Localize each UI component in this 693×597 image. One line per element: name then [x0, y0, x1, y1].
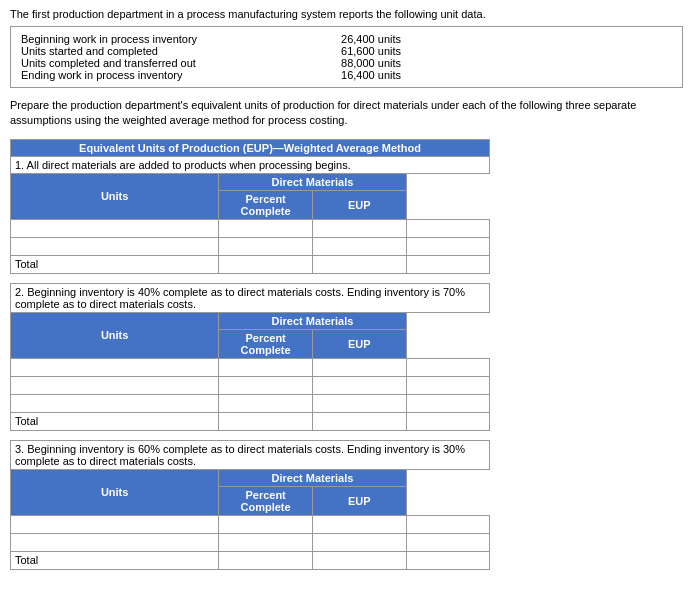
inventory-row-1: Units started and completed 61,600 units: [21, 45, 401, 57]
section-1-total-row: Total: [11, 255, 490, 273]
inventory-value-0: 26,400 units: [301, 33, 401, 45]
section-3-desc: 3. Beginning inventory is 60% complete a…: [11, 440, 490, 469]
section-3-dm-header: Direct Materials: [219, 469, 406, 486]
section-1-desc: 1. All direct materials are added to pro…: [11, 156, 490, 173]
section-1-row-0: [11, 219, 490, 237]
section-2-row-2: [11, 394, 490, 412]
section-3-total-row: Total: [11, 551, 490, 569]
intro-text: The first production department in a pro…: [10, 8, 683, 20]
section-1-dm-header: Direct Materials: [219, 173, 406, 190]
spacer-1: [11, 273, 490, 283]
main-table: Equivalent Units of Production (EUP)—Wei…: [10, 139, 490, 570]
section-1-eup-header: EUP: [312, 190, 406, 219]
section-2-units-header: Units: [11, 312, 219, 358]
section-2-total-row: Total: [11, 412, 490, 430]
section-3-eup-header: EUP: [312, 486, 406, 515]
section-2-row-0: [11, 358, 490, 376]
section-2-dm-header: Direct Materials: [219, 312, 406, 329]
inventory-row-3: Ending work in process inventory 16,400 …: [21, 69, 401, 81]
inventory-value-3: 16,400 units: [301, 69, 401, 81]
inventory-value-2: 88,000 units: [301, 57, 401, 69]
section-1-pct-header: Percent Complete: [219, 190, 313, 219]
inventory-label-2: Units completed and transferred out: [21, 57, 301, 69]
main-title: Equivalent Units of Production (EUP)—Wei…: [11, 139, 490, 156]
inventory-box: Beginning work in process inventory 26,4…: [10, 26, 683, 88]
section-3-row-1: [11, 533, 490, 551]
spacer-2: [11, 430, 490, 440]
inventory-value-1: 61,600 units: [301, 45, 401, 57]
section-3-units-header: Units: [11, 469, 219, 515]
section-2-eup-header: EUP: [312, 329, 406, 358]
inventory-label-3: Ending work in process inventory: [21, 69, 301, 81]
inventory-label-0: Beginning work in process inventory: [21, 33, 301, 45]
section-3-row-0: [11, 515, 490, 533]
section-1-units-header: Units: [11, 173, 219, 219]
inventory-row-0: Beginning work in process inventory 26,4…: [21, 33, 401, 45]
inventory-row-2: Units completed and transferred out 88,0…: [21, 57, 401, 69]
section-3-pct-header: Percent Complete: [219, 486, 313, 515]
inventory-label-1: Units started and completed: [21, 45, 301, 57]
section-2-row-1: [11, 376, 490, 394]
prepare-text: Prepare the production department's equi…: [10, 98, 683, 129]
section-2-desc: 2. Beginning inventory is 40% complete a…: [11, 283, 490, 312]
section-1-row-1: [11, 237, 490, 255]
section-2-pct-header: Percent Complete: [219, 329, 313, 358]
